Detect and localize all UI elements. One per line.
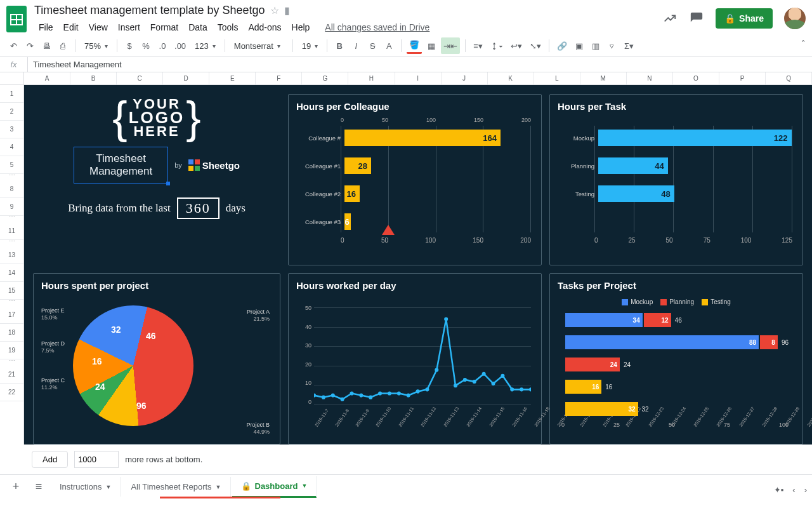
comments-icon[interactable] xyxy=(689,11,704,26)
zoom-dropdown[interactable]: 75% xyxy=(81,41,112,51)
logo-placeholder: { YOURLOGOHERE } xyxy=(36,98,278,138)
add-rows-count-input[interactable] xyxy=(74,451,119,468)
halign-icon[interactable]: ≡▾ xyxy=(471,37,485,54)
save-status[interactable]: All changes saved in Drive xyxy=(320,20,434,35)
svg-point-4 xyxy=(314,394,316,398)
lock-icon: 🔒 xyxy=(724,13,735,23)
scroll-right-icon[interactable]: › xyxy=(804,485,807,495)
chart-title: Hours per Task xyxy=(558,101,795,112)
svg-point-5 xyxy=(322,396,325,399)
merge-cells-icon[interactable]: ⇥⇤ xyxy=(441,37,460,54)
svg-point-23 xyxy=(492,382,495,385)
menu-edit[interactable]: Edit xyxy=(59,20,83,35)
svg-point-24 xyxy=(501,374,504,378)
paint-format-icon[interactable]: ⎙ xyxy=(56,37,70,54)
svg-point-12 xyxy=(388,391,391,395)
chart-title: Hours worked per day xyxy=(296,280,534,291)
menu-help[interactable]: Help xyxy=(287,20,315,35)
svg-point-10 xyxy=(369,396,372,399)
sheetgo-logo: Sheetgo xyxy=(188,159,240,171)
menu-data[interactable]: Data xyxy=(184,20,212,35)
svg-point-21 xyxy=(473,380,476,384)
font-family-dropdown[interactable]: Montserrat xyxy=(230,41,287,51)
svg-point-19 xyxy=(454,384,457,387)
svg-point-20 xyxy=(463,378,467,382)
svg-point-9 xyxy=(359,394,363,398)
activity-icon[interactable] xyxy=(662,11,678,26)
percent-icon[interactable]: % xyxy=(139,37,153,54)
formula-input[interactable]: Timesheet Management xyxy=(28,57,127,72)
chart-title: Hours spent per project xyxy=(41,280,272,291)
menu-format[interactable]: Format xyxy=(146,20,183,35)
folder-icon[interactable]: ▮ xyxy=(284,4,290,17)
scroll-left-icon[interactable]: ‹ xyxy=(792,485,795,495)
tab-dashboard[interactable]: 🔒Dashboard▼ xyxy=(232,476,317,498)
valign-icon[interactable]: ⭥▾ xyxy=(488,37,506,54)
link-icon[interactable]: 🔗 xyxy=(554,37,570,54)
borders-icon[interactable]: ▦ xyxy=(424,37,438,54)
collapse-toolbar-icon[interactable]: ˄ xyxy=(801,39,806,48)
panel-hours-task: Hours per Task Mockup122Planning44Testin… xyxy=(549,94,803,265)
add-sheet-icon[interactable]: + xyxy=(5,480,27,493)
menu-addons[interactable]: Add-ons xyxy=(244,20,285,35)
svg-point-15 xyxy=(416,389,420,393)
column-headers[interactable]: ABC DEF GHI JKL MNO PQ xyxy=(24,72,812,85)
chart-title: Tasks per Project xyxy=(558,280,795,291)
formula-bar: fx Timesheet Management xyxy=(0,57,812,72)
share-button[interactable]: 🔒 Share xyxy=(716,8,773,29)
fill-color-icon[interactable]: 🪣 xyxy=(407,37,422,54)
svg-point-27 xyxy=(529,387,531,391)
bold-icon[interactable]: B xyxy=(332,37,346,54)
functions-icon[interactable]: Σ▾ xyxy=(622,37,636,54)
lock-icon: 🔒 xyxy=(241,481,251,491)
svg-point-16 xyxy=(425,387,429,391)
svg-point-14 xyxy=(407,394,410,398)
italic-icon[interactable]: I xyxy=(349,37,363,54)
all-sheets-icon[interactable]: ≡ xyxy=(28,480,49,493)
redo-icon[interactable]: ↷ xyxy=(23,37,37,54)
panel-tasks-project: Tasks per Project MockupPlanningTesting3… xyxy=(549,273,803,444)
star-icon[interactable]: ☆ xyxy=(270,4,279,17)
insert-chart-icon[interactable]: ▥ xyxy=(589,37,603,54)
days-filter: Bring data from the last 360 days xyxy=(36,197,278,219)
sheets-app-icon[interactable] xyxy=(5,4,28,34)
currency-icon[interactable]: $ xyxy=(122,37,136,54)
tab-all-reports[interactable]: All Timesheet Reports▼ xyxy=(122,477,230,497)
menu-file[interactable]: File xyxy=(34,20,58,35)
add-rows-bar: Add more rows at bottom. xyxy=(0,444,812,474)
svg-point-17 xyxy=(435,368,438,371)
menubar: File Edit View Insert Format Data Tools … xyxy=(34,20,656,35)
explore-icon[interactable]: ✦▪ xyxy=(774,485,784,495)
svg-point-22 xyxy=(482,372,486,376)
svg-point-8 xyxy=(350,391,353,395)
insert-comment-icon[interactable]: ▣ xyxy=(572,37,586,54)
menu-tools[interactable]: Tools xyxy=(213,20,243,35)
wrap-icon[interactable]: ↩▾ xyxy=(508,37,525,54)
days-input[interactable]: 360 xyxy=(177,197,219,219)
add-rows-button[interactable]: Add xyxy=(32,451,68,468)
row-headers[interactable]: 12 34 5⋯ 89 ⋯11⋯ 1314 15⋯ 1718 19⋯ 2122 xyxy=(0,72,24,444)
menu-insert[interactable]: Insert xyxy=(114,20,145,35)
selected-cell-title[interactable]: TimesheetManagement xyxy=(74,147,168,184)
number-format-dropdown[interactable]: 123 xyxy=(191,41,219,51)
undo-icon[interactable]: ↶ xyxy=(6,37,20,54)
dec-increase-icon[interactable]: .00 xyxy=(172,37,188,54)
svg-point-18 xyxy=(444,317,448,321)
sheet-tab-strip: + ≡ Instructions▼ All Timesheet Reports▼… xyxy=(0,474,812,498)
filter-icon[interactable]: ▿ xyxy=(605,37,619,54)
print-icon[interactable]: 🖶 xyxy=(39,37,53,54)
text-color-icon[interactable]: A xyxy=(382,37,396,54)
menu-view[interactable]: View xyxy=(84,20,112,35)
tab-instructions[interactable]: Instructions▼ xyxy=(51,477,121,497)
rotate-icon[interactable]: ⤡▾ xyxy=(527,37,544,54)
account-avatar[interactable] xyxy=(784,8,806,29)
strike-icon[interactable]: S xyxy=(365,37,379,54)
font-size-dropdown[interactable]: 19 xyxy=(298,41,322,51)
panel-hours-colleague: Hours per Colleague 050100150200Colleagu… xyxy=(288,94,542,265)
svg-point-11 xyxy=(378,391,382,395)
add-rows-label: more rows at bottom. xyxy=(125,455,202,464)
document-title[interactable]: Timesheet management template by Sheetgo… xyxy=(34,4,656,17)
dashboard-canvas: { YOURLOGOHERE } TimesheetManagement by … xyxy=(24,85,812,444)
dec-decrease-icon[interactable]: .0 xyxy=(155,37,169,54)
svg-point-7 xyxy=(341,398,344,401)
